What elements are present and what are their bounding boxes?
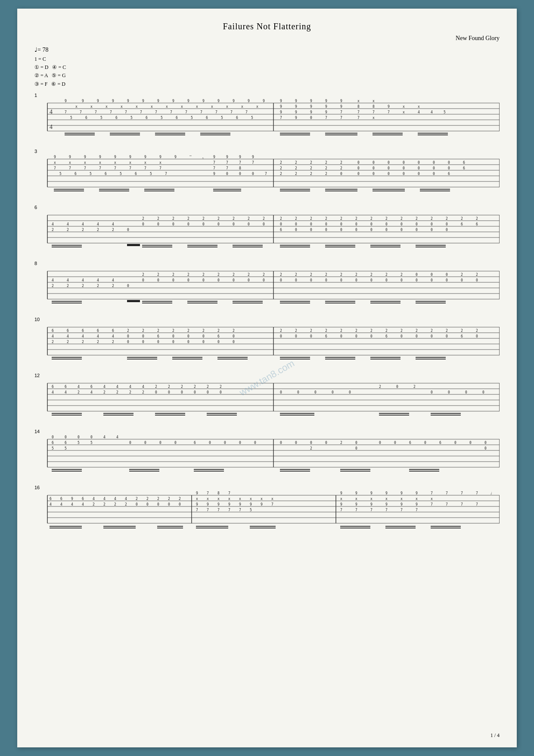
svg-text:0: 0 — [127, 284, 129, 288]
svg-text:0: 0 — [476, 334, 478, 338]
svg-text:0: 0 — [142, 340, 144, 344]
svg-text:8: 8 — [373, 105, 375, 109]
svg-text:7: 7 — [165, 172, 167, 176]
svg-text:2: 2 — [340, 217, 342, 221]
svg-text:4: 4 — [50, 503, 52, 506]
svg-text:0: 0 — [174, 441, 177, 445]
svg-text:x: x — [256, 105, 258, 109]
svg-text:0: 0 — [446, 228, 448, 232]
svg-text:x: x — [84, 161, 86, 165]
svg-text:0: 0 — [340, 228, 342, 232]
svg-text:0: 0 — [224, 441, 226, 445]
svg-text:0: 0 — [465, 390, 467, 394]
svg-text:7: 7 — [245, 110, 248, 114]
svg-text:9: 9 — [54, 155, 56, 159]
svg-text:0: 0 — [332, 390, 334, 394]
svg-text:2: 2 — [202, 329, 205, 333]
svg-text:0: 0 — [388, 161, 390, 165]
svg-text:0: 0 — [403, 161, 405, 165]
svg-text:0: 0 — [263, 222, 265, 226]
svg-text:0: 0 — [357, 161, 360, 165]
svg-text:5: 5 — [250, 508, 252, 512]
svg-text:0: 0 — [239, 172, 241, 176]
svg-text:0: 0 — [217, 340, 220, 344]
svg-text:2: 2 — [280, 161, 282, 165]
svg-text:0: 0 — [340, 222, 342, 226]
svg-text:0: 0 — [127, 340, 129, 344]
svg-text:x: x — [159, 161, 161, 165]
svg-text:0: 0 — [179, 503, 181, 506]
svg-text:5: 5 — [52, 447, 54, 450]
svg-text:7: 7 — [446, 491, 448, 495]
tab-section-16: 16 6 6 9 6 4 4 4 4 2 2 2 2 2 4 — [34, 485, 500, 536]
svg-text:5: 5 — [70, 116, 72, 120]
svg-text:4: 4 — [50, 109, 53, 115]
svg-text:0: 0 — [416, 222, 418, 226]
svg-text:x: x — [250, 497, 252, 501]
svg-text:6: 6 — [52, 441, 54, 445]
svg-text:2: 2 — [355, 273, 357, 277]
svg-text:7: 7 — [215, 110, 217, 114]
svg-text:2: 2 — [168, 385, 170, 389]
svg-text:2: 2 — [172, 217, 174, 221]
svg-text:6: 6 — [82, 497, 84, 501]
tempo-marking: ♩= 78 — [34, 46, 500, 53]
svg-text:2: 2 — [310, 172, 312, 176]
svg-text:0: 0 — [431, 334, 433, 338]
svg-text:6: 6 — [176, 116, 178, 120]
svg-text:4: 4 — [112, 222, 114, 226]
svg-text:2: 2 — [172, 273, 174, 277]
svg-text:0: 0 — [373, 172, 375, 176]
svg-text:6: 6 — [85, 116, 87, 120]
svg-text:9: 9 — [65, 99, 67, 103]
svg-text:6: 6 — [97, 329, 99, 333]
svg-text:x: x — [241, 105, 243, 109]
svg-text:4: 4 — [52, 334, 54, 338]
tab-section-14: 14 0 6 5 0 6 5 0 5 0 5 4 4 0 0 0 0 — [34, 429, 500, 475]
svg-text:7: 7 — [159, 166, 161, 170]
svg-text:4: 4 — [82, 503, 84, 506]
svg-text:6: 6 — [157, 334, 159, 338]
svg-text:0: 0 — [159, 441, 161, 445]
tab-staff-8: 4 4 4 4 4 2 2 2 2 2 0 2 2 2 2 2 2 2 2 2 … — [34, 267, 500, 306]
svg-text:7: 7 — [228, 491, 230, 495]
svg-text:4: 4 — [82, 278, 84, 282]
svg-text:2: 2 — [325, 172, 327, 176]
svg-text:0: 0 — [136, 503, 138, 506]
svg-text:2: 2 — [248, 273, 250, 277]
svg-text:4: 4 — [82, 334, 84, 338]
svg-text:2: 2 — [67, 228, 69, 232]
svg-text:0: 0 — [310, 334, 312, 338]
svg-text:0: 0 — [370, 278, 373, 282]
svg-text:2: 2 — [157, 273, 159, 277]
svg-text:5: 5 — [130, 116, 133, 120]
svg-text:x: x — [207, 497, 209, 501]
svg-text:4: 4 — [112, 278, 114, 282]
svg-text:5: 5 — [120, 172, 122, 176]
svg-text:9: 9 — [84, 155, 86, 159]
svg-text:7: 7 — [239, 508, 241, 512]
svg-text:2: 2 — [217, 273, 220, 277]
svg-text:2: 2 — [67, 340, 69, 344]
svg-text:4: 4 — [71, 503, 73, 506]
svg-text:2: 2 — [52, 284, 54, 288]
svg-text:0: 0 — [355, 222, 357, 226]
tab-staff-14: 0 6 5 0 6 5 0 5 0 5 4 4 0 0 0 0 6 0 0 0 … — [34, 435, 500, 474]
svg-text:7: 7 — [370, 508, 373, 512]
svg-text:2: 2 — [82, 340, 84, 344]
svg-text:6: 6 — [112, 329, 114, 333]
svg-text:7: 7 — [207, 491, 209, 495]
svg-text:2: 2 — [416, 329, 418, 333]
svg-text:2: 2 — [370, 273, 373, 277]
artist-name: New Found Glory — [34, 35, 500, 42]
svg-text:4: 4 — [93, 497, 95, 501]
svg-text:0: 0 — [416, 278, 418, 282]
svg-text:x: x — [54, 161, 56, 165]
svg-text:x: x — [373, 116, 375, 120]
svg-text:7: 7 — [144, 166, 146, 170]
svg-text:0: 0 — [385, 222, 388, 226]
svg-text:2: 2 — [476, 329, 478, 333]
svg-text:0: 0 — [482, 390, 484, 394]
svg-text:0: 0 — [476, 278, 478, 282]
svg-text:2: 2 — [233, 329, 235, 333]
